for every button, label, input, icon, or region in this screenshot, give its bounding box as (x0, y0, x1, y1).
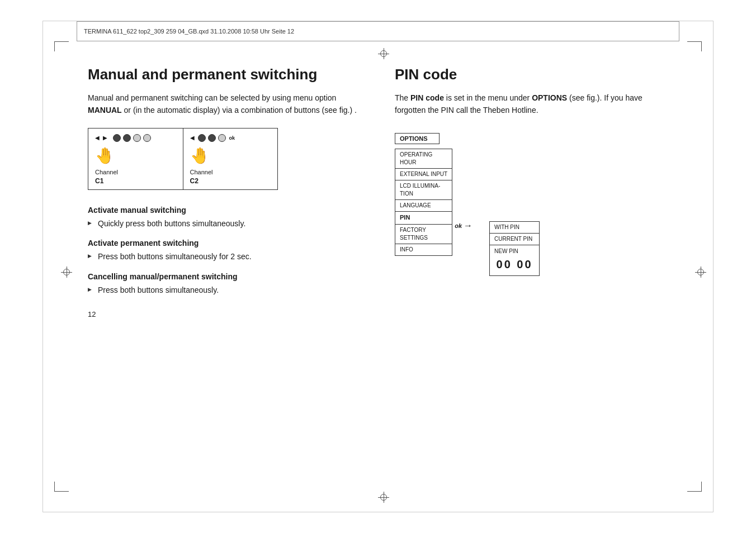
c1-button-row: ◀ ▶ (95, 134, 151, 142)
c2-hand-icon: 🤚 (190, 146, 210, 165)
c2-label-text: Channel (190, 169, 213, 175)
c1-btn3 (133, 134, 141, 142)
right-body-text2: is set in the menu under (444, 93, 532, 102)
menu-item-4: PIN (395, 211, 452, 224)
menu-item-3: LANGUAGE (395, 199, 452, 212)
content-area: Manual and permanent switching Manual an… (88, 55, 668, 478)
right-body: The PIN code is set in the menu under OP… (395, 92, 668, 116)
corner-mark-tr-v (701, 41, 702, 51)
new-pin-label: NEW PIN (494, 248, 518, 254)
menu-item-2: LCD ILLUMINA-TION (395, 180, 452, 200)
bullet-3: Press both buttons simultaneously. (88, 284, 361, 297)
menu-item-6: INFO (395, 244, 452, 256)
c1-arrow-right: ▶ (103, 135, 107, 141)
ok-label: ok (229, 135, 235, 141)
c1-btn1 (113, 134, 121, 142)
header-strip: TERMINA 611_622 top2_309 259 04_GB.qxd 3… (77, 21, 679, 41)
bullet-2: Press both buttons simultaneously for 2 … (88, 251, 361, 263)
page-number: 12 (88, 310, 361, 318)
c2-btn1 (198, 134, 206, 142)
c2-name: C2 (190, 177, 199, 185)
left-body: Manual and permanent switching can be se… (88, 92, 361, 116)
ok-text: ok (455, 222, 462, 229)
right-item-1: CURRENT PIN (489, 233, 540, 245)
corner-mark-br-h (687, 491, 702, 492)
right-column: PIN code The PIN code is set in the menu… (395, 55, 668, 478)
options-label-row: OPTIONS (395, 133, 607, 144)
c2-arrow-left: ◀ (190, 135, 195, 141)
c2-button-row: ◀ ok (190, 134, 235, 142)
c1-btn2 (123, 134, 131, 142)
left-column: Manual and permanent switching Manual an… (88, 55, 361, 478)
bullet-1: Quickly press both buttons simultaneousl… (88, 218, 361, 230)
left-body-text2: or (in the automatic display) via a comb… (122, 106, 357, 115)
menu-item-5: FACTORYSETTINGS (395, 224, 452, 244)
corner-mark-tl-h (54, 41, 69, 42)
section-heading-3: Cancelling manual/permanent switching (88, 272, 361, 281)
c1-name: C1 (95, 177, 103, 185)
button-illustration: ◀ ▶ 🤚 Channel C1 ◀ (88, 128, 278, 190)
c1-label-text: Channel (95, 169, 118, 175)
options-text: OPTIONS (400, 135, 428, 142)
c2-btn3 (218, 134, 226, 142)
c2-label: Channel C2 (190, 167, 213, 185)
channel1-box: ◀ ▶ 🤚 Channel C1 (88, 129, 183, 189)
c1-btn4 (143, 134, 151, 142)
left-menu-wrapper: OPERATINGHOUR EXTERNAL INPUT LCD ILLUMIN… (395, 149, 452, 255)
section-heading-2: Activate permanent switching (88, 239, 361, 248)
new-pin-value: 00 00 (494, 256, 535, 272)
options-box: OPTIONS (395, 133, 440, 144)
ok-arrow-section: ok → (452, 218, 472, 231)
ok-arrow: → (464, 221, 472, 231)
pin-code-bold: PIN code (410, 93, 444, 102)
corner-mark-bl-h (54, 491, 69, 492)
c2-btn2 (208, 134, 216, 142)
corner-mark-br-v (701, 482, 702, 492)
ok-row: ok → (455, 221, 472, 231)
menu-item-1: EXTERNAL INPUT (395, 168, 452, 180)
channel2-box: ◀ ok 🤚 Channel C2 (183, 129, 278, 189)
menu-item-0: OPERATINGHOUR (395, 149, 452, 169)
page-container: TERMINA 611_622 top2_309 259 04_GB.qxd 3… (42, 21, 714, 512)
options-bold: OPTIONS (532, 93, 567, 102)
section-heading-1: Activate manual switching (88, 206, 361, 215)
c1-hand-icon: 🤚 (95, 146, 115, 165)
header-text: TERMINA 611_622 top2_309 259 04_GB.qxd 3… (84, 28, 294, 35)
corner-mark-tr-h (687, 41, 702, 42)
diagram-wrapper: OPERATINGHOUR EXTERNAL INPUT LCD ILLUMIN… (395, 149, 607, 275)
pin-diagram: OPTIONS OPERATINGHOUR EXTERNAL INPUT LCD… (395, 133, 607, 275)
corner-mark-tl-v (54, 41, 55, 51)
c1-label: Channel C1 (95, 167, 118, 185)
right-title: PIN code (395, 66, 668, 83)
new-pin-box: NEW PIN 00 00 (489, 245, 540, 276)
corner-mark-bl-v (54, 482, 55, 492)
right-item-0: WITH PIN (489, 221, 540, 234)
left-title: Manual and permanent switching (88, 66, 361, 83)
left-body-text1: Manual and permanent switching can be se… (88, 93, 336, 102)
right-items-col: WITH PIN CURRENT PIN NEW PIN 00 00 (489, 221, 540, 275)
right-body-text1: The (395, 93, 410, 102)
c1-arrow-left: ◀ (95, 135, 100, 141)
manual-bold: MANUAL (88, 106, 122, 115)
